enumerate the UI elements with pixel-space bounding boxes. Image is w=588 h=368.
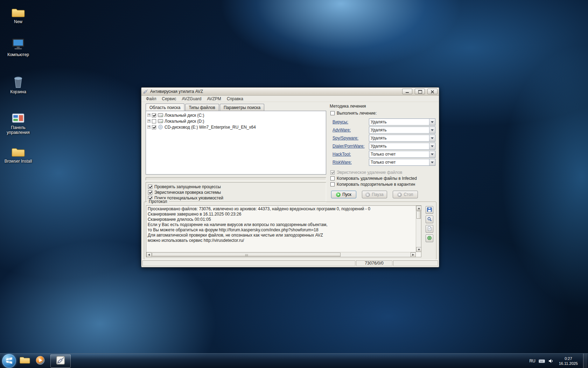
checkbox[interactable] (148, 190, 152, 195)
drive-checkbox[interactable] (152, 119, 156, 123)
option-label: Копировать удаляемые файлы в Infected (337, 176, 417, 181)
start-scan-button[interactable]: Пуск (331, 191, 356, 198)
desktop-icon-control-panel[interactable]: Панель управления (2, 109, 34, 135)
tab-file-types[interactable]: Типы файлов (185, 104, 219, 111)
drive-checkbox[interactable] (152, 113, 156, 117)
protocol-line: Сканирование длилось 00:01:05 (147, 217, 415, 222)
checkbox[interactable] (330, 182, 335, 186)
tree-item-label: CD-дисковод (E:) Win7_Enterprise_RU_EN_x… (164, 125, 256, 130)
treatment-row-spyware: Spy/Spyware: Удалять (330, 135, 435, 142)
desktop-icon-new[interactable]: New (2, 4, 34, 24)
copy-suspicious-option[interactable]: Копировать подозрительные в карантин (330, 181, 435, 187)
menu-avzpm[interactable]: AVZPM (204, 96, 223, 102)
treatment-title: Методика лечения (330, 104, 435, 109)
volume-icon[interactable] (548, 359, 554, 363)
selected-value: Удалять (369, 144, 429, 149)
show-desktop-button[interactable] (583, 354, 587, 368)
chevron-down-icon[interactable] (429, 135, 435, 141)
desktop-icon-browser-install[interactable]: Browser Install (2, 143, 34, 164)
scan-option-processes[interactable]: Проверять запущенные процессы (148, 184, 324, 190)
scrollbar-thumb[interactable] (152, 253, 341, 257)
media-player-taskbar-icon[interactable] (34, 354, 47, 368)
viruses-action-select[interactable]: Удалять (369, 118, 435, 125)
language-indicator[interactable]: RU (529, 359, 535, 363)
menu-file[interactable]: Файл (144, 96, 159, 102)
save-protocol-button[interactable] (426, 206, 433, 214)
riskware-action-select[interactable]: Только отчет (369, 159, 435, 166)
advware-link[interactable]: AdvWare: (332, 128, 369, 132)
checkbox[interactable] (330, 111, 335, 115)
scroll-left-button[interactable] (146, 252, 152, 257)
chevron-down-icon[interactable] (429, 151, 435, 157)
maximize-button[interactable] (415, 89, 425, 94)
checkbox[interactable] (330, 170, 335, 175)
viruses-link[interactable]: Вирусы: (332, 120, 369, 124)
checkbox[interactable] (330, 176, 335, 180)
menu-help[interactable]: Справка (224, 96, 246, 102)
clock[interactable]: 0:27 16.11.2025 (557, 356, 580, 366)
drive-checkbox[interactable] (152, 125, 156, 129)
stop-scan-button[interactable]: Стоп (393, 191, 418, 198)
tree-item-drive-c[interactable]: Локальный диск (C:) (147, 112, 325, 118)
protocol-line: Сканирование завершено в 16.11.2025 00:2… (147, 212, 415, 217)
perform-treatment-option[interactable]: Выполнять лечение: (330, 111, 435, 116)
desktop-icon-recycle-bin[interactable]: Корзина (2, 74, 34, 94)
hacktool-action-select[interactable]: Только отчет (369, 151, 435, 158)
horizontal-scrollbar[interactable] (146, 252, 416, 257)
chevron-down-icon[interactable] (429, 159, 435, 165)
advware-action-select[interactable]: Удалять (369, 127, 435, 134)
treatment-options: Эвристическое удаление файлов Копировать… (330, 169, 435, 187)
vertical-scrollbar[interactable] (416, 206, 421, 252)
tab-search-area[interactable]: Область поиска (146, 103, 184, 111)
expand-icon[interactable] (147, 120, 150, 123)
start-label: Пуск (342, 192, 351, 197)
riskware-link[interactable]: RiskWare: (332, 160, 369, 165)
scan-option-heuristic[interactable]: Эвристическая проверка системы (148, 190, 324, 195)
treatment-panel: Методика лечения Выполнять лечение: Виру… (330, 104, 435, 198)
menu-avzguard[interactable]: AVZGuard (180, 96, 204, 102)
disk-drive-icon (158, 113, 163, 117)
scrollbar-thumb[interactable] (416, 211, 421, 219)
scan-option-vulnerabilities[interactable]: Поиск потенциальных уязвимостей (148, 195, 324, 201)
menu-service[interactable]: Сервис (160, 96, 179, 102)
clock-date: 16.11.2025 (559, 361, 578, 366)
window-titlebar[interactable]: Антивирусная утилита AVZ (141, 88, 439, 96)
start-button[interactable] (2, 354, 16, 368)
close-button[interactable] (427, 89, 438, 94)
chevron-down-icon[interactable] (429, 119, 435, 125)
scroll-up-button[interactable] (416, 206, 421, 211)
option-label: Копировать подозрительные в карантин (337, 182, 415, 187)
tab-search-params[interactable]: Параметры поиска (220, 104, 264, 111)
taskbar-item-avz[interactable] (50, 354, 71, 368)
scroll-right-button[interactable] (411, 252, 416, 257)
explorer-taskbar-icon[interactable] (18, 354, 31, 368)
hacktool-link[interactable]: HackTool: (332, 152, 369, 157)
search-protocol-button[interactable] (426, 216, 433, 223)
scroll-down-button[interactable] (416, 247, 421, 252)
minimize-button[interactable] (402, 89, 412, 94)
selected-value: Только отчет (369, 152, 429, 157)
search-area-panel: Область поиска Типы файлов Параметры пои… (146, 104, 326, 203)
desktop-icon-computer[interactable]: Компьютер (2, 36, 34, 57)
pause-scan-button[interactable]: Пауза (362, 191, 387, 198)
treatment-row-hacktool: HackTool: Только отчет (330, 151, 435, 158)
checkbox[interactable] (148, 185, 152, 189)
tree-item-drive-d[interactable]: Локальный диск (D:) (147, 118, 325, 124)
dialer-link[interactable]: Dialer/PornWare: (332, 144, 369, 149)
chevron-down-icon[interactable] (429, 127, 435, 133)
web-service-button[interactable] (426, 234, 433, 242)
tree-item-cdrom-e[interactable]: CD-дисковод (E:) Win7_Enterprise_RU_EN_x… (147, 124, 325, 130)
dialer-action-select[interactable]: Удалять (369, 143, 435, 150)
open-document-button[interactable] (426, 225, 433, 233)
expand-icon[interactable] (147, 114, 150, 117)
spyware-action-select[interactable]: Удалять (369, 135, 435, 142)
chevron-down-icon[interactable] (429, 143, 435, 149)
keyboard-icon[interactable] (539, 359, 545, 363)
expand-icon[interactable] (147, 125, 150, 129)
copy-deleted-option[interactable]: Копировать удаляемые файлы в Infected (330, 175, 435, 181)
scan-progress-bar (146, 177, 326, 180)
spyware-link[interactable]: Spy/Spyware: (332, 136, 369, 141)
protocol-line: можно использовать сервис http://virusde… (147, 238, 415, 243)
heuristic-delete-option[interactable]: Эвристическое удаление файлов (330, 169, 435, 175)
protocol-text[interactable]: Просканировано файлов: 73076, извлечено … (147, 206, 415, 251)
